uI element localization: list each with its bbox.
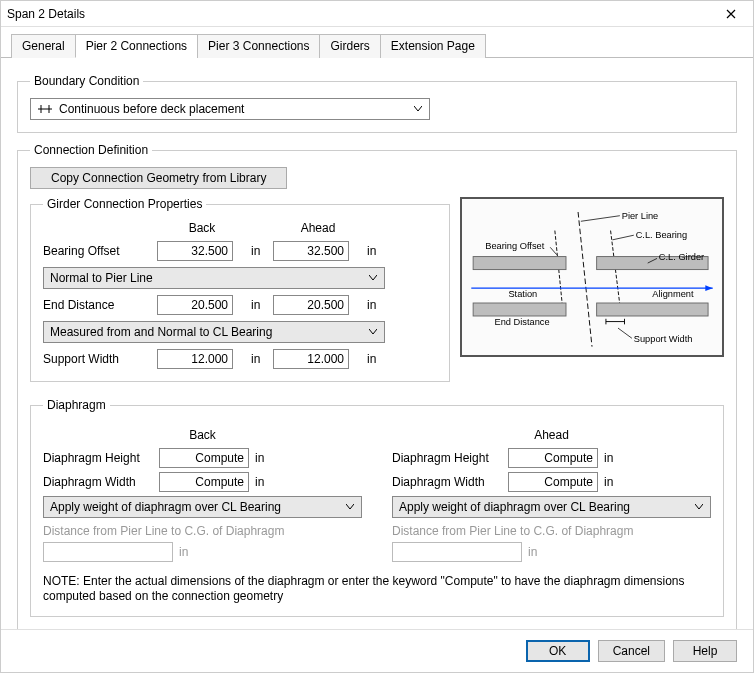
diaphragm-group: Diaphragm Back Diaphragm Height in Diaph…	[30, 398, 724, 617]
dia-height-back-input[interactable]	[159, 448, 249, 468]
dialog-footer: OK Cancel Help	[1, 629, 753, 672]
svg-line-13	[550, 247, 557, 254]
tab-bar: General Pier 2 Connections Pier 3 Connec…	[1, 27, 753, 58]
bearing-offset-ahead-input[interactable]	[273, 241, 349, 261]
connection-definition-group: Connection Definition Copy Connection Ge…	[17, 143, 737, 629]
dia-height-label-back: Diaphragm Height	[43, 451, 153, 465]
close-icon	[726, 9, 736, 19]
dia-weight-basis-ahead-value: Apply weight of diaphragm over CL Bearin…	[399, 500, 630, 514]
boundary-condition-select[interactable]: Continuous before deck placement	[30, 98, 430, 120]
end-distance-label: End Distance	[43, 298, 151, 312]
dia-weight-basis-back-value: Apply weight of diaphragm over CL Bearin…	[50, 500, 281, 514]
dia-dist-back-input	[43, 542, 173, 562]
dialog-window: Span 2 Details General Pier 2 Connection…	[0, 0, 754, 673]
tab-general[interactable]: General	[11, 34, 76, 58]
dia-dist-label-back: Distance from Pier Line to C.G. of Diaph…	[43, 524, 362, 538]
svg-line-3	[578, 212, 592, 347]
bearing-offset-basis-select[interactable]: Normal to Pier Line	[43, 267, 385, 289]
svg-rect-8	[473, 257, 566, 270]
title-bar: Span 2 Details	[1, 1, 753, 27]
dia-width-label-ahead: Diaphragm Width	[392, 475, 502, 489]
unit-in: in	[604, 451, 618, 465]
help-button[interactable]: Help	[673, 640, 737, 662]
ok-button[interactable]: OK	[526, 640, 590, 662]
unit-in: in	[251, 352, 265, 366]
bearing-offset-label: Bearing Offset	[43, 244, 151, 258]
diag-support-width: Support Width	[634, 334, 693, 344]
boundary-condition-group: Boundary Condition Continuous before dec…	[17, 74, 737, 133]
unit-in: in	[255, 475, 269, 489]
chevron-down-icon	[413, 106, 423, 112]
support-width-ahead-input[interactable]	[273, 349, 349, 369]
chevron-down-icon	[368, 275, 378, 281]
unit-in-disabled: in	[179, 545, 193, 559]
gcp-back-head: Back	[157, 221, 247, 235]
cancel-button[interactable]: Cancel	[598, 640, 665, 662]
unit-in-disabled: in	[528, 545, 542, 559]
diag-cl-girder: C.L. Girder	[659, 252, 704, 262]
bearing-offset-back-input[interactable]	[157, 241, 233, 261]
unit-in: in	[255, 451, 269, 465]
tab-content: Boundary Condition Continuous before dec…	[1, 58, 753, 629]
diaphragm-legend: Diaphragm	[43, 398, 110, 412]
diag-cl-bearing: C.L. Bearing	[636, 230, 688, 240]
close-button[interactable]	[715, 5, 747, 23]
dia-weight-basis-back-select[interactable]: Apply weight of diaphragm over CL Bearin…	[43, 496, 362, 518]
gcp-ahead-head: Ahead	[273, 221, 363, 235]
dia-dist-label-ahead: Distance from Pier Line to C.G. of Diaph…	[392, 524, 711, 538]
tab-extension-page[interactable]: Extension Page	[380, 34, 486, 58]
dia-dist-ahead-input	[392, 542, 522, 562]
connection-definition-legend: Connection Definition	[30, 143, 152, 157]
end-distance-ahead-input[interactable]	[273, 295, 349, 315]
girder-connection-properties-group: Girder Connection Properties Back Ahead …	[30, 197, 450, 382]
boundary-condition-value: Continuous before deck placement	[59, 102, 407, 116]
support-width-back-input[interactable]	[157, 349, 233, 369]
unit-in: in	[604, 475, 618, 489]
tab-girders[interactable]: Girders	[319, 34, 380, 58]
unit-in: in	[367, 244, 381, 258]
support-width-label: Support Width	[43, 352, 151, 366]
end-distance-basis-select[interactable]: Measured from and Normal to CL Bearing	[43, 321, 385, 343]
svg-rect-10	[473, 303, 566, 316]
unit-in: in	[367, 298, 381, 312]
dia-weight-basis-ahead-select[interactable]: Apply weight of diaphragm over CL Bearin…	[392, 496, 711, 518]
diag-bearing-offset: Bearing Offset	[485, 241, 544, 251]
diaphragm-ahead-head: Ahead	[392, 428, 711, 442]
unit-in: in	[251, 298, 265, 312]
gcp-legend: Girder Connection Properties	[43, 197, 206, 211]
end-distance-back-input[interactable]	[157, 295, 233, 315]
diag-station: Station	[508, 289, 537, 299]
dia-height-label-ahead: Diaphragm Height	[392, 451, 502, 465]
svg-line-16	[618, 328, 632, 338]
chevron-down-icon	[368, 329, 378, 335]
svg-marker-15	[705, 285, 712, 291]
tab-pier2-connections[interactable]: Pier 2 Connections	[75, 34, 198, 58]
continuity-icon	[37, 103, 53, 115]
unit-in: in	[367, 352, 381, 366]
svg-line-4	[581, 216, 620, 222]
dia-height-ahead-input[interactable]	[508, 448, 598, 468]
diag-end-distance: End Distance	[495, 317, 550, 327]
dia-width-label-back: Diaphragm Width	[43, 475, 153, 489]
svg-rect-11	[597, 303, 708, 316]
diag-pier-line: Pier Line	[622, 211, 659, 221]
diag-alignment: Alignment	[652, 289, 694, 299]
svg-line-7	[612, 235, 633, 240]
boundary-condition-legend: Boundary Condition	[30, 74, 143, 88]
diaphragm-note: NOTE: Enter the actual dimensions of the…	[43, 574, 711, 604]
chevron-down-icon	[694, 504, 704, 510]
end-distance-basis-value: Measured from and Normal to CL Bearing	[50, 325, 272, 339]
connection-diagram: Pier Line C.L. Bearing C.L. Girder	[460, 197, 724, 357]
unit-in: in	[251, 244, 265, 258]
dia-width-back-input[interactable]	[159, 472, 249, 492]
dia-width-ahead-input[interactable]	[508, 472, 598, 492]
bearing-offset-basis-value: Normal to Pier Line	[50, 271, 153, 285]
tab-pier3-connections[interactable]: Pier 3 Connections	[197, 34, 320, 58]
window-title: Span 2 Details	[7, 7, 85, 21]
diaphragm-back-head: Back	[43, 428, 362, 442]
chevron-down-icon	[345, 504, 355, 510]
copy-connection-button[interactable]: Copy Connection Geometry from Library	[30, 167, 287, 189]
